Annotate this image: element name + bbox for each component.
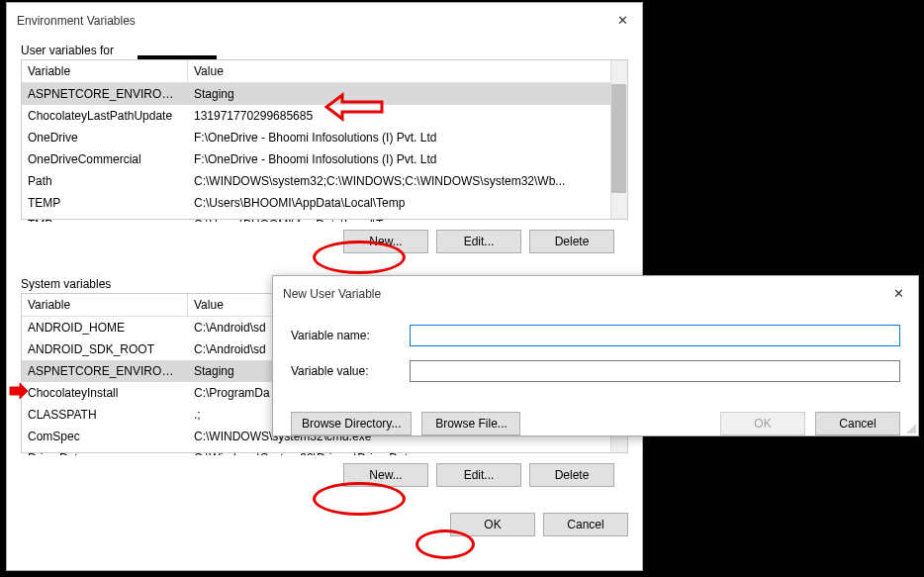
table-row[interactable]: ChocolateyLastPathUpdate1319717702996856… <box>22 105 627 127</box>
table-row[interactable]: OneDriveF:\OneDrive - Bhoomi Infosolutio… <box>22 127 627 148</box>
table-row[interactable]: TMPC:\Users\BHOOMI\AppData\Local\Temp <box>22 214 627 222</box>
dialog-ok-button[interactable]: OK <box>720 412 805 435</box>
col-variable[interactable]: Variable <box>22 294 188 316</box>
titlebar: Environment Variables ✕ <box>7 3 642 38</box>
user-new-button[interactable]: New... <box>343 230 428 253</box>
var-name-label: Variable name: <box>291 329 410 342</box>
user-vars-group: User variables for Variable Value ASPNET… <box>21 44 628 259</box>
dialog-body: Variable name: Variable value: <box>273 311 918 406</box>
cell-variable: ASPNETCORE_ENVIRONMENT <box>22 362 188 380</box>
cell-variable: OneDriveCommercial <box>22 150 188 168</box>
cell-variable: OneDrive <box>22 129 188 146</box>
col-value[interactable]: Value <box>188 60 627 82</box>
close-icon[interactable]: ✕ <box>878 282 918 305</box>
cell-value: 131971770299685685 <box>188 107 627 125</box>
table-header: Variable Value <box>22 60 627 83</box>
main-ok-button[interactable]: OK <box>450 513 535 536</box>
user-edit-button[interactable]: Edit... <box>436 230 521 253</box>
table-row[interactable]: OneDriveCommercialF:\OneDrive - Bhoomi I… <box>22 148 627 170</box>
system-btn-row: New... Edit... Delete <box>21 453 628 493</box>
cell-variable: TMP <box>22 216 188 222</box>
close-icon[interactable]: ✕ <box>602 9 642 32</box>
user-vars-label: User variables for <box>21 44 114 57</box>
cell-variable: ComSpec <box>22 428 188 445</box>
cell-variable: DriverData <box>22 449 188 455</box>
dialog-titlebar: New User Variable ✕ <box>273 276 918 311</box>
var-value-input[interactable] <box>410 360 900 382</box>
table-row[interactable]: ASPNETCORE_ENVIRONMENTStaging <box>22 83 627 105</box>
cell-variable: ChocolateyInstall <box>22 384 188 402</box>
user-delete-button[interactable]: Delete <box>529 230 614 253</box>
resize-grip-icon[interactable] <box>904 422 916 433</box>
browse-dir-button[interactable]: Browse Directory... <box>291 412 412 435</box>
table-row[interactable]: TEMPC:\Users\BHOOMI\AppData\Local\Temp <box>22 192 627 214</box>
cell-variable: CLASSPATH <box>22 406 188 424</box>
system-new-button[interactable]: New... <box>343 463 428 487</box>
cell-variable: Path <box>22 172 188 190</box>
user-vars-table[interactable]: Variable Value ASPNETCORE_ENVIRONMENTSta… <box>21 59 628 220</box>
cell-value: F:\OneDrive - Bhoomi Infosolutions (I) P… <box>188 150 627 168</box>
main-btn-row: OK Cancel <box>7 503 642 550</box>
window-title: Environment Variables <box>17 14 136 28</box>
dialog-btn-row: Browse Directory... Browse File... OK Ca… <box>273 406 918 447</box>
var-name-input[interactable] <box>410 325 900 346</box>
cell-variable: ASPNETCORE_ENVIRONMENT <box>22 85 188 103</box>
cell-value: C:\Users\BHOOMI\AppData\Local\Temp <box>188 216 627 222</box>
cell-value: F:\OneDrive - Bhoomi Infosolutions (I) P… <box>188 129 627 146</box>
system-vars-label: System variables <box>21 277 111 291</box>
table-row[interactable]: DriverDataC:\Windows\System32\Drivers\Dr… <box>22 447 627 455</box>
main-cancel-button[interactable]: Cancel <box>543 513 628 536</box>
table-row[interactable]: PathC:\WINDOWS\system32;C:\WINDOWS;C:\WI… <box>22 170 627 192</box>
cell-variable: ANDROID_HOME <box>22 319 188 337</box>
scrollbar[interactable] <box>610 60 627 219</box>
browse-file-button[interactable]: Browse File... <box>421 412 520 435</box>
dialog-cancel-button[interactable]: Cancel <box>815 412 900 435</box>
system-delete-button[interactable]: Delete <box>529 463 614 487</box>
cell-variable: ChocolateyLastPathUpdate <box>22 107 188 125</box>
col-variable[interactable]: Variable <box>22 60 188 82</box>
var-value-label: Variable value: <box>291 364 410 378</box>
dialog-title: New User Variable <box>283 287 381 301</box>
cell-value: Staging <box>188 85 627 103</box>
cell-value: C:\Users\BHOOMI\AppData\Local\Temp <box>188 194 627 212</box>
user-btn-row: New... Edit... Delete <box>21 220 628 259</box>
cell-value: C:\WINDOWS\system32;C:\WINDOWS;C:\WINDOW… <box>188 172 627 190</box>
system-edit-button[interactable]: Edit... <box>436 463 521 487</box>
cell-variable: TEMP <box>22 194 188 212</box>
cell-variable: ANDROID_SDK_ROOT <box>22 340 188 358</box>
new-var-dialog: New User Variable ✕ Variable name: Varia… <box>272 275 919 436</box>
cell-value: C:\Windows\System32\Drivers\DriverData <box>188 449 627 455</box>
